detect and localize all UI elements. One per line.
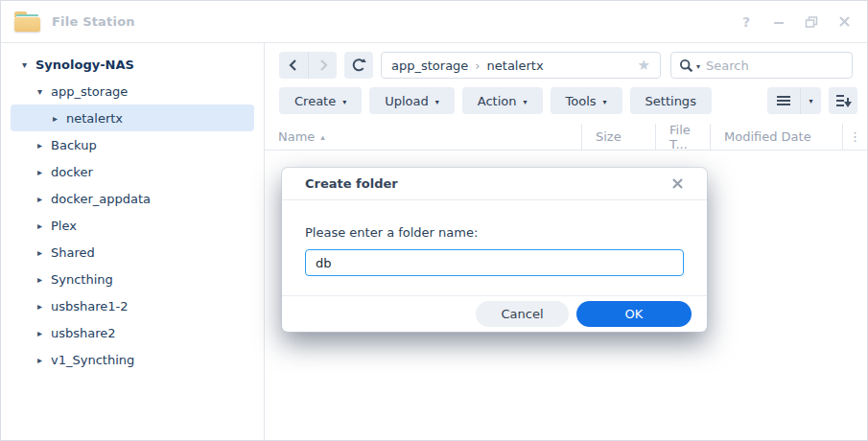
- tree-expand-icon[interactable]: ▸: [37, 140, 51, 151]
- titlebar: File Station ?: [1, 1, 867, 43]
- sidebar-item-app-storage[interactable]: ▾ app_storage: [11, 78, 254, 104]
- tree-expand-icon[interactable]: ▸: [37, 328, 51, 338]
- settings-button[interactable]: Settings: [630, 87, 712, 114]
- dialog-title: Create folder: [305, 176, 398, 191]
- sidebar-item-docker[interactable]: ▸ docker: [11, 158, 254, 185]
- column-header-name[interactable]: Name ▴: [265, 124, 581, 150]
- dialog-body: Please enter a folder name:: [282, 200, 707, 295]
- sidebar-item-usbshare1-2[interactable]: ▸ usbshare1-2: [11, 292, 254, 319]
- sidebar-item-usbshare2[interactable]: ▸ usbshare2: [11, 319, 254, 346]
- column-options-kebab-icon[interactable]: ⋮: [842, 124, 867, 150]
- breadcrumb-separator: ›: [475, 58, 480, 73]
- folder-name-input[interactable]: [305, 249, 684, 276]
- sort-ascending-icon: ▴: [320, 132, 325, 142]
- sidebar-item-backup[interactable]: ▸ Backup: [11, 131, 254, 158]
- tree-expand-icon[interactable]: ▸: [37, 355, 51, 365]
- window-controls: ?: [737, 12, 854, 32]
- sort-icon[interactable]: [829, 87, 857, 114]
- tree-expand-icon[interactable]: ▸: [37, 301, 51, 312]
- cancel-button[interactable]: Cancel: [476, 301, 569, 327]
- tree-expand-icon[interactable]: ▸: [37, 194, 51, 204]
- forward-icon[interactable]: [308, 52, 337, 79]
- dialog-footer: Cancel OK: [282, 295, 707, 332]
- dialog-close-icon[interactable]: [669, 175, 686, 193]
- tree-expand-icon[interactable]: ▸: [37, 220, 51, 231]
- help-icon[interactable]: ?: [737, 12, 756, 32]
- folder-name-prompt: Please enter a folder name:: [305, 225, 684, 240]
- breadcrumb[interactable]: app_storage › netalertx ★: [381, 52, 661, 79]
- file-station-folder-icon: [14, 12, 40, 32]
- view-mode-split-button: ▾: [767, 87, 821, 114]
- sidebar-item-syncthing[interactable]: ▸ Syncthing: [11, 266, 254, 292]
- file-list-header: Name ▴ Size File T... Modified Date ⋮: [265, 124, 867, 151]
- sidebar-item-shared[interactable]: ▸ Shared: [11, 239, 254, 266]
- chevron-down-icon: ▾: [342, 98, 346, 106]
- toolbar: Create ▾ Upload ▾ Action ▾ Tools ▾ Setti…: [279, 87, 857, 114]
- search-options-caret-icon[interactable]: ▾: [696, 62, 700, 71]
- sidebar-item-docker-appdata[interactable]: ▸ docker_appdata: [11, 185, 254, 212]
- column-header-modified-date[interactable]: Modified Date: [710, 124, 842, 150]
- breadcrumb-segment[interactable]: app_storage: [391, 58, 468, 73]
- file-station-window: File Station ? ▾ Synology-NAS: [0, 0, 868, 441]
- ok-button[interactable]: OK: [576, 301, 692, 327]
- refresh-icon[interactable]: [344, 52, 373, 79]
- sidebar-item-v1-syncthing[interactable]: ▸ v1_Syncthing: [11, 346, 254, 373]
- upload-button[interactable]: Upload ▾: [369, 87, 455, 114]
- search-input[interactable]: [706, 58, 844, 73]
- search-box[interactable]: ▾: [670, 52, 853, 79]
- sidebar-item-plex[interactable]: ▸ Plex: [11, 212, 254, 239]
- sidebar-item-netalertx[interactable]: ▸ netalertx: [11, 104, 254, 131]
- tree-expand-icon[interactable]: ▾: [22, 59, 35, 70]
- tools-button[interactable]: Tools ▾: [551, 87, 622, 114]
- history-nav-group: [279, 52, 337, 79]
- create-folder-dialog: Create folder Please enter a folder name…: [282, 168, 707, 332]
- app-title: File Station: [52, 14, 135, 29]
- tree-expand-icon[interactable]: ▸: [37, 274, 51, 285]
- back-icon[interactable]: [279, 52, 308, 79]
- chevron-down-icon: ▾: [435, 98, 439, 106]
- action-button[interactable]: Action ▾: [462, 87, 543, 114]
- minimize-icon[interactable]: [769, 12, 788, 32]
- create-button[interactable]: Create ▾: [279, 87, 362, 114]
- navigation-row: app_storage › netalertx ★ ▾: [279, 52, 853, 79]
- restore-icon[interactable]: [802, 12, 821, 32]
- sidebar-item-synology-nas[interactable]: ▾ Synology-NAS: [11, 51, 254, 78]
- tree-expand-icon[interactable]: ▸: [53, 113, 66, 124]
- tree-expand-icon[interactable]: ▸: [37, 247, 51, 258]
- column-header-size[interactable]: Size: [581, 124, 655, 150]
- close-icon[interactable]: [834, 12, 854, 32]
- folder-tree-sidebar: ▾ Synology-NAS ▾ app_storage ▸ netalertx…: [1, 43, 265, 441]
- chevron-down-icon: ▾: [524, 98, 528, 106]
- favorite-star-icon[interactable]: ★: [638, 57, 650, 74]
- list-view-icon[interactable]: [767, 87, 800, 114]
- breadcrumb-segment[interactable]: netalertx: [487, 58, 544, 73]
- dialog-header: Create folder: [282, 168, 707, 200]
- tree-expand-icon[interactable]: ▾: [37, 86, 51, 97]
- view-mode-caret-icon[interactable]: ▾: [800, 87, 821, 114]
- search-icon: [679, 58, 693, 73]
- column-header-file-type[interactable]: File T...: [655, 124, 710, 150]
- tree-expand-icon[interactable]: ▸: [37, 167, 51, 177]
- chevron-down-icon: ▾: [603, 98, 607, 106]
